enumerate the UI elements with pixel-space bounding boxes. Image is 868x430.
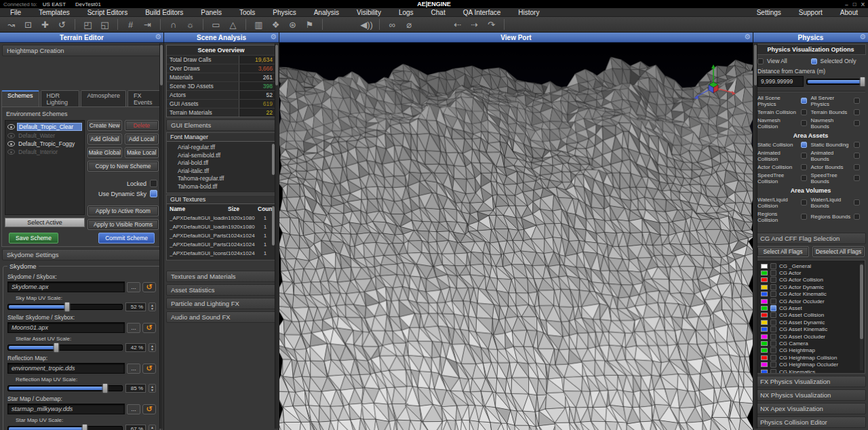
font-list-item[interactable]: Arial-bold.tff	[178, 159, 270, 168]
tab[interactable]: Atmosphere	[81, 90, 126, 106]
flag-checkbox[interactable]	[770, 319, 776, 326]
collapsed-section[interactable]: Asset Statistics	[166, 284, 277, 296]
font-list-item[interactable]: Tahoma-regular.tff	[178, 175, 270, 183]
collapsed-section[interactable]: FX Physics Visualization	[755, 376, 866, 387]
checkbox[interactable]	[854, 153, 860, 159]
checkbox[interactable]	[854, 164, 860, 170]
cg-flag-row[interactable]: CG Asset Kinematic	[761, 326, 856, 333]
cg-flag-row[interactable]: CG Actor Kinematic	[761, 291, 856, 298]
eye-icon[interactable]	[7, 124, 15, 130]
physics-header[interactable]: Physics ⚙	[753, 33, 868, 43]
menu-item[interactable]: Analysis	[305, 9, 348, 16]
path-query-icon[interactable]: ↷	[483, 18, 500, 31]
cg-cff-flag-selection-section[interactable]: CG And CFF Flag Selection	[755, 233, 866, 244]
gear-icon[interactable]: ⚙	[155, 33, 161, 41]
add-local-button[interactable]: Add Local	[125, 134, 159, 144]
cg-flag-row[interactable]: CG Actor	[761, 269, 856, 276]
collapsed-section[interactable]: Physics Collision Editor	[755, 416, 866, 428]
assets-stack-icon[interactable]: ▥	[250, 18, 267, 31]
browse-button[interactable]: ...	[127, 282, 140, 292]
reset-icon[interactable]: ↺	[142, 323, 156, 333]
uv-scale-slider[interactable]	[7, 426, 123, 430]
flag-checkbox[interactable]	[770, 312, 776, 318]
collapsed-section[interactable]: Textures and Materials	[166, 271, 277, 282]
menu-item[interactable]: Templates	[30, 9, 79, 16]
checkbox[interactable]	[854, 214, 860, 220]
spinner[interactable]: ▲▼	[149, 384, 156, 393]
menu-item[interactable]: About	[831, 9, 867, 16]
scrollbar[interactable]	[860, 263, 863, 370]
scheme-list[interactable]: Default_Tropic_Clear Default_Water Defau…	[5, 120, 85, 215]
menu-item[interactable]: History	[509, 9, 548, 16]
uv-scale-slider[interactable]	[7, 385, 123, 391]
slider-handle[interactable]	[81, 424, 87, 430]
brightness-icon[interactable]: ☼	[182, 18, 199, 31]
flag-checkbox[interactable]	[770, 284, 776, 290]
rotate-icon[interactable]: ↺	[54, 18, 71, 31]
link-icon[interactable]: ∞	[384, 18, 401, 31]
spinner[interactable]: ▲▼	[149, 425, 156, 430]
checkbox[interactable]	[801, 98, 807, 104]
checkbox[interactable]	[854, 199, 860, 206]
flag-checkbox[interactable]	[770, 355, 776, 361]
paint-bucket-icon[interactable]: ▭	[208, 18, 224, 31]
browse-button[interactable]: ...	[127, 404, 140, 414]
viewport-3d-view[interactable]	[279, 43, 753, 430]
walk-forward-icon[interactable]: ⇢	[466, 18, 483, 31]
flag-checkbox[interactable]	[770, 263, 776, 269]
tab[interactable]: FX Events	[127, 90, 161, 106]
checkbox[interactable]	[801, 175, 807, 181]
uv-scale-slider[interactable]	[7, 304, 123, 310]
slider-handle[interactable]	[53, 343, 59, 353]
create-new-button[interactable]: Create New	[87, 120, 122, 131]
distance-slider[interactable]	[806, 79, 864, 85]
distance-input[interactable]: 9,999.99999	[757, 76, 804, 87]
cg-flag-row[interactable]: CG Kinematics	[761, 368, 856, 374]
scheme-list-item[interactable]: Default_Tropic_Foggy	[6, 140, 83, 148]
font-list[interactable]: Arial-regular.tffArial-semibold.tffArial…	[167, 142, 275, 193]
tab[interactable]: HDR Lighting	[41, 90, 80, 106]
close-button[interactable]: X	[861, 1, 865, 7]
unlink-icon[interactable]: ⌀	[401, 18, 418, 31]
eye-icon[interactable]	[7, 141, 15, 146]
select-all-flags-button[interactable]: Select All Flags	[757, 246, 809, 257]
scrollbar[interactable]	[275, 43, 278, 429]
magnet-icon[interactable]: ∩	[165, 18, 182, 31]
mesh-network-icon[interactable]: ⊛	[284, 18, 301, 31]
save-scheme-button[interactable]: Save Scheme	[9, 233, 58, 243]
scrollbar[interactable]	[754, 43, 757, 429]
cg-flag-row[interactable]: CG _General	[761, 262, 856, 269]
scene-analysis-header[interactable]: Scene Analysis ⚙	[164, 33, 279, 43]
scheme-list-item[interactable]: Default_Water	[6, 132, 83, 140]
reset-icon[interactable]: ↺	[142, 364, 156, 374]
cg-flag-row[interactable]: CG Asset Collision	[761, 312, 856, 319]
flag-checkbox[interactable]	[770, 305, 776, 311]
file-input[interactable]: Skydome.apx	[7, 281, 125, 292]
flag-checkbox[interactable]	[770, 277, 776, 283]
texture-table-row[interactable]: _APXDefaultGUI_Parts01 1024x1024 1	[170, 231, 273, 240]
cg-flag-row[interactable]: CG Asset Occluder	[761, 333, 856, 340]
menu-item[interactable]: Visibility	[348, 9, 390, 16]
scrollbar[interactable]	[159, 43, 163, 429]
scale-icon[interactable]: ◰	[79, 18, 96, 31]
cg-flag-row[interactable]: CG Actor Dynamic	[761, 284, 856, 290]
tab[interactable]: Schemes	[1, 90, 39, 106]
file-input[interactable]: starmap_milkyway.dds	[7, 404, 125, 414]
collapsed-section[interactable]: Audio and Sound FX	[166, 311, 277, 323]
view-all-checkbox[interactable]	[757, 58, 764, 64]
checkbox[interactable]	[854, 142, 860, 148]
checkbox[interactable]	[854, 98, 860, 104]
cg-flag-row[interactable]: CG Heightmap	[761, 347, 856, 354]
file-input[interactable]: Moons01.apx	[7, 322, 125, 333]
primitives-icon[interactable]: ❖	[267, 18, 284, 31]
menu-item[interactable]: Physics	[264, 9, 304, 16]
font-list-item[interactable]: Tahoma-bold.tff	[178, 183, 270, 191]
marquee-select-icon[interactable]: ⊡	[20, 18, 37, 31]
scheme-list-item[interactable]: Default_Tropic_Clear	[6, 122, 83, 132]
terrain-wireframe-canvas[interactable]	[279, 43, 753, 430]
slider-handle[interactable]	[102, 383, 108, 393]
menu-item[interactable]: Logs	[390, 9, 422, 16]
gui-elements-section[interactable]: GUI Elements	[166, 119, 277, 131]
checkbox[interactable]	[854, 175, 860, 181]
delete-button[interactable]: Delete	[125, 120, 159, 131]
